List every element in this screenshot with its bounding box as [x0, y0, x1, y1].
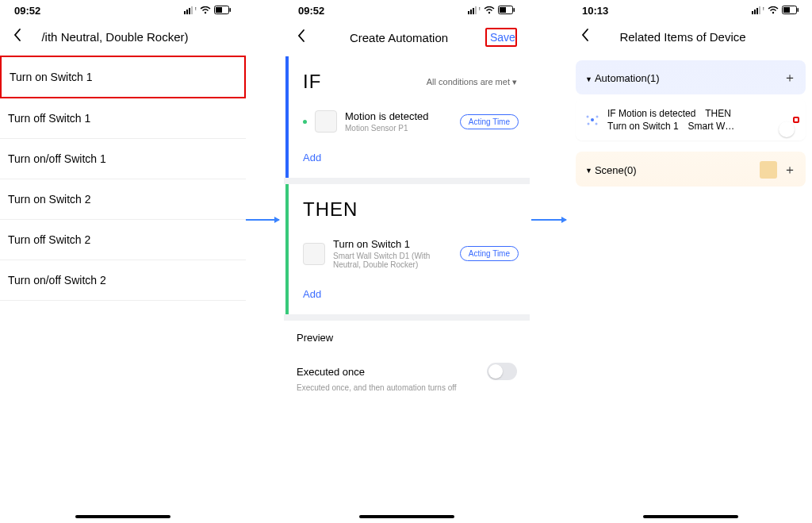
- scene-group-header[interactable]: ▼Scene(0) ＋: [576, 152, 806, 187]
- page-title: /ith Neutral, Double Rocker): [29, 30, 201, 44]
- status-right: !: [468, 5, 515, 17]
- status-bar: 09:52 !: [284, 0, 530, 20]
- automation-item[interactable]: IF Motion is detected THEN Turn on Switc…: [576, 99, 806, 140]
- acting-time-button[interactable]: Acting Time: [460, 114, 519, 129]
- arrow-2: [531, 219, 566, 221]
- svg-rect-2: [189, 8, 190, 14]
- battery-icon: [782, 5, 799, 17]
- svg-rect-10: [470, 10, 472, 14]
- svg-rect-18: [752, 11, 753, 14]
- nav-bar: /ith Neutral, Double Rocker): [0, 20, 246, 56]
- wifi-icon: [200, 5, 211, 17]
- svg-text:!: !: [195, 6, 197, 11]
- svg-rect-26: [798, 8, 799, 12]
- chevron-down-icon: ▼: [585, 167, 592, 175]
- svg-point-28: [587, 116, 589, 118]
- svg-point-5: [205, 12, 206, 13]
- status-time: 09:52: [298, 5, 324, 17]
- list-item-switch1-off[interactable]: Turn off Switch 1: [0, 98, 246, 139]
- signal-icon: !: [468, 5, 481, 17]
- arrow-1: [244, 219, 279, 221]
- svg-point-31: [596, 123, 598, 125]
- add-automation-button[interactable]: ＋: [783, 70, 796, 87]
- if-label: IF: [303, 71, 321, 93]
- svg-rect-17: [514, 8, 515, 12]
- svg-rect-25: [783, 7, 790, 13]
- preview-label[interactable]: Preview: [284, 321, 530, 355]
- add-condition-link[interactable]: Add: [289, 140, 530, 178]
- section-if: IF All conditions are met ▾ Motion is de…: [285, 56, 530, 178]
- acting-time-button[interactable]: Acting Time: [460, 246, 519, 261]
- list-item-switch2-on[interactable]: Turn on Switch 2: [0, 179, 246, 220]
- status-right: !: [752, 5, 799, 17]
- phone-3: 10:13 ! Related Items of Device ▼Automat…: [568, 0, 812, 523]
- automation-group-header[interactable]: ▼Automation(1) ＋: [576, 60, 806, 94]
- svg-point-29: [596, 116, 599, 118]
- home-indicator[interactable]: [359, 515, 454, 518]
- svg-rect-1: [186, 10, 188, 14]
- svg-rect-20: [756, 8, 758, 14]
- svg-text:!: !: [479, 6, 481, 11]
- svg-rect-0: [184, 11, 186, 14]
- svg-rect-8: [230, 8, 232, 12]
- svg-rect-19: [754, 10, 756, 14]
- back-button[interactable]: [13, 28, 29, 46]
- then-action-card[interactable]: Turn on Switch 1 Smart Wall Switch D1 (W…: [289, 230, 530, 277]
- if-card-title: Motion is detected: [345, 110, 452, 122]
- list-item-switch1-on[interactable]: Turn on Switch 1: [0, 56, 246, 98]
- svg-rect-9: [468, 11, 469, 14]
- save-button[interactable]: Save: [485, 28, 517, 47]
- exec-once-sub: Executed once, and then automation turns…: [284, 383, 530, 392]
- page-title: Related Items of Device: [596, 30, 769, 44]
- motion-sensor-icon: [315, 110, 337, 133]
- scene-icon: [760, 161, 777, 179]
- svg-point-30: [588, 123, 590, 125]
- condition-mode[interactable]: All conditions are met ▾: [427, 77, 517, 87]
- home-indicator[interactable]: [75, 515, 170, 518]
- status-right: !: [184, 5, 232, 17]
- status-bar: 09:52 !: [0, 0, 246, 20]
- status-time: 09:52: [14, 5, 40, 17]
- exec-once-title: Executed once: [297, 366, 365, 378]
- svg-rect-21: [759, 6, 760, 14]
- home-indicator[interactable]: [643, 515, 738, 518]
- section-divider: [284, 178, 530, 184]
- exec-once-toggle[interactable]: [487, 363, 517, 380]
- battery-icon: [498, 5, 515, 17]
- automation-line2: Turn on Switch 1 Smart W…: [607, 120, 785, 133]
- svg-text:!: !: [763, 6, 764, 11]
- list-item-switch1-toggle[interactable]: Turn on/off Switch 1: [0, 139, 246, 179]
- signal-icon: !: [184, 5, 197, 17]
- automation-group-label: Automation(1): [595, 72, 660, 84]
- active-dot-icon: [303, 120, 307, 124]
- wifi-icon: [484, 5, 495, 17]
- section-divider: [284, 314, 530, 321]
- add-action-link[interactable]: Add: [289, 277, 530, 314]
- automation-line1: IF Motion is detected THEN: [607, 107, 785, 120]
- wifi-icon: [768, 5, 779, 17]
- battery-icon: [214, 5, 232, 17]
- list-item-switch2-off[interactable]: Turn off Switch 2: [0, 220, 246, 260]
- phone-2: 09:52 ! Create Automation Save IF All co…: [284, 0, 530, 523]
- svg-rect-3: [191, 6, 193, 14]
- svg-rect-16: [500, 7, 506, 13]
- add-scene-button[interactable]: ＋: [783, 162, 796, 179]
- svg-point-27: [591, 118, 594, 121]
- switch-device-icon: [303, 243, 325, 265]
- svg-rect-11: [473, 8, 474, 14]
- executed-once-row: Executed once: [284, 355, 530, 383]
- back-button[interactable]: [297, 29, 312, 47]
- highlight-box: [793, 117, 799, 123]
- list-item-switch2-toggle[interactable]: Turn on/off Switch 2: [0, 260, 246, 301]
- automation-icon: [585, 113, 599, 127]
- nav-bar: Create Automation Save: [284, 20, 530, 56]
- back-button[interactable]: [580, 28, 596, 46]
- svg-point-23: [772, 12, 774, 13]
- if-condition-card[interactable]: Motion is detected Motion Sensor P1 Acti…: [289, 102, 530, 140]
- status-bar: 10:13 !: [568, 0, 812, 20]
- svg-rect-7: [216, 7, 222, 13]
- chevron-down-icon: ▼: [585, 75, 592, 83]
- status-time: 10:13: [582, 5, 608, 17]
- then-card-title: Turn on Switch 1: [333, 238, 452, 250]
- automation-item-text: IF Motion is detected THEN Turn on Switc…: [607, 107, 785, 133]
